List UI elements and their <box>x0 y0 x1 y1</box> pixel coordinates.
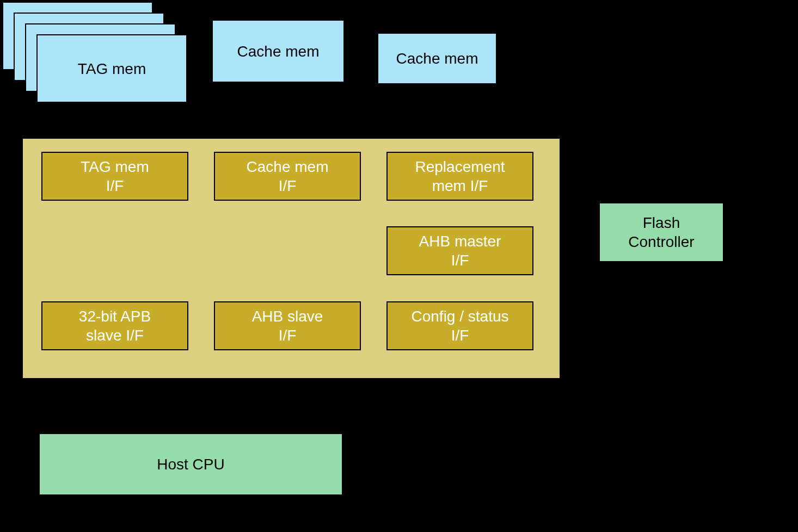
cache-mem-if-label: Cache mem I/F <box>247 157 329 195</box>
cache-mem-label-2: Cache mem <box>396 49 478 68</box>
host-cpu-block: Host CPU <box>39 433 343 496</box>
arrowhead-apb-up <box>108 380 119 389</box>
diagram-canvas: TAG mem Cache mem Cache mem TAG mem I/F … <box>0 0 798 532</box>
arrowhead-tag-down <box>103 129 114 139</box>
arrowhead-ahb-down <box>281 423 292 433</box>
tag-mem-block: TAG mem <box>36 34 187 103</box>
arrow-cache2-to-if <box>435 91 438 131</box>
arrowhead-tag-up <box>103 103 114 113</box>
arrow-apb-to-host <box>113 387 115 425</box>
arrowhead-flash-left <box>561 226 570 237</box>
arrowhead-flash-right <box>589 226 599 237</box>
ahb-master-if-label: AHB master I/F <box>419 232 501 270</box>
replacement-mem-if-block: Replacement mem I/F <box>386 152 533 201</box>
config-status-if-label: Config / status I/F <box>412 307 509 345</box>
cache-mem-label-1: Cache mem <box>237 42 320 61</box>
arrow-config-out <box>458 379 461 420</box>
cache-mem-block-1: Cache mem <box>212 20 345 83</box>
host-cpu-label: Host CPU <box>157 455 224 474</box>
tag-mem-if-block: TAG mem I/F <box>41 152 188 201</box>
apb-slave-if-block: 32-bit APB slave I/F <box>41 301 188 350</box>
arrowhead-cache2-up <box>431 84 442 94</box>
arrowhead-cache1-down <box>272 129 283 139</box>
apb-slave-if-label: 32-bit APB slave I/F <box>79 307 151 345</box>
ahb-master-if-block: AHB master I/F <box>386 226 533 275</box>
tag-mem-if-label: TAG mem I/F <box>81 157 149 195</box>
arrow-cache1-to-if <box>277 89 279 131</box>
cache-mem-block-2: Cache mem <box>377 33 497 84</box>
flash-controller-label: Flash Controller <box>628 213 694 251</box>
arrowhead-apb-down <box>108 423 119 433</box>
arrowhead-cache1-up <box>272 83 283 92</box>
tag-mem-label: TAG mem <box>78 59 146 78</box>
arrowhead-config-down <box>454 418 465 428</box>
ahb-slave-if-label: AHB slave I/F <box>252 307 323 345</box>
flash-controller-block: Flash Controller <box>599 202 724 262</box>
cache-mem-if-block: Cache mem I/F <box>214 152 361 201</box>
ahb-slave-if-block: AHB slave I/F <box>214 301 361 350</box>
replacement-mem-if-label: Replacement mem I/F <box>415 157 505 195</box>
config-status-if-block: Config / status I/F <box>386 301 533 350</box>
arrow-ctrl-to-flash <box>568 231 591 233</box>
arrow-ahb-to-host <box>285 387 288 425</box>
arrowhead-ahb-up <box>281 380 292 389</box>
arrowhead-cache2-down <box>431 129 442 139</box>
